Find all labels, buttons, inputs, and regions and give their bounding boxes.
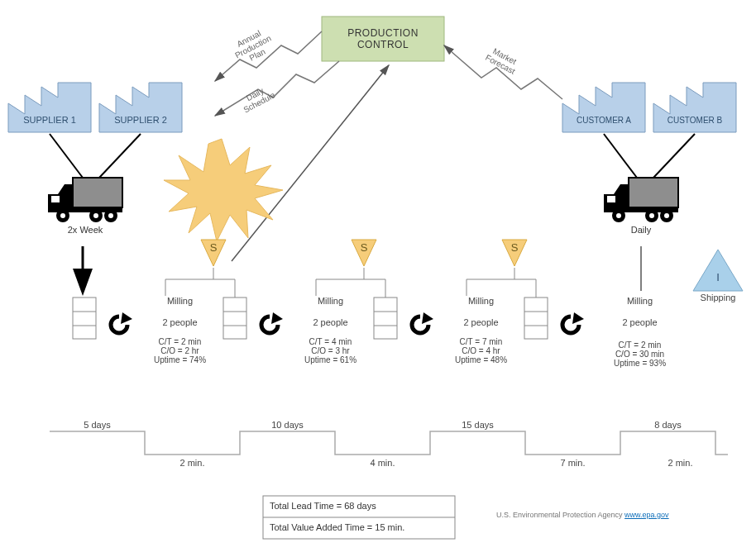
value-3: 7 min. — [525, 458, 620, 468]
process1-people: 2 people — [141, 317, 219, 327]
withdraw-arrow-4 — [562, 312, 584, 333]
shipping-triangle-icon — [693, 250, 743, 291]
wait-3: 15 days — [430, 420, 525, 430]
wait-4: 8 days — [620, 420, 715, 430]
supplier1-label: SUPPLIER 1 — [8, 107, 91, 132]
production-control-label: PRODUCTION CONTROL — [322, 17, 444, 61]
supermarket-2-label: S — [352, 241, 376, 254]
process4-co: C/O = 30 min — [600, 350, 679, 359]
shipping-label: Shipping — [687, 293, 749, 302]
wait-1: 5 days — [50, 420, 145, 430]
process2-people: 2 people — [291, 317, 370, 327]
wait-2: 10 days — [240, 420, 335, 430]
timeline-ladder — [50, 431, 728, 455]
line-custB-truck — [653, 134, 695, 178]
withdraw-arrow-3 — [412, 312, 433, 333]
shipping-letter: I — [693, 271, 743, 283]
inventory-1 — [73, 298, 96, 339]
withdraw-arrow-2 — [261, 312, 283, 333]
diagram-svg — [0, 0, 756, 557]
process2-ct: C/T = 4 min — [291, 337, 370, 346]
inventory-4 — [524, 298, 548, 339]
process2-co: C/O = 3 hr — [291, 346, 370, 355]
total-vat: Total Value Added Time = 15 min. — [270, 522, 404, 532]
fork-1 — [165, 268, 235, 298]
supply-truck-icon — [48, 178, 122, 222]
customer-truck-freq: Daily — [604, 225, 678, 235]
process4-people: 2 people — [600, 317, 679, 327]
process3-people: 2 people — [442, 317, 520, 327]
process3-ct: C/T = 7 min — [442, 337, 520, 346]
info-arrow-daily — [215, 61, 339, 116]
customerB-label: CUSTOMER B — [653, 107, 736, 132]
footer-agency: U.S. Environmental Protection Agency — [496, 511, 624, 519]
process4-name: Milling — [600, 296, 679, 306]
fork-2 — [316, 268, 385, 298]
line-sup1-truck — [50, 134, 83, 178]
total-lead-time: Total Lead Time = 68 days — [270, 501, 376, 511]
inventory-3 — [374, 298, 397, 339]
supermarket-1-label: S — [201, 241, 226, 254]
process4-uptime: Uptime = 93% — [600, 359, 679, 368]
customerA-label: CUSTOMER A — [562, 107, 645, 132]
value-4: 2 min. — [633, 458, 728, 468]
process1-name: Milling — [141, 296, 219, 306]
supplier2-label: SUPPLIER 2 — [99, 107, 182, 132]
supply-truck-freq: 2x Week — [48, 225, 122, 235]
process4-ct: C/T = 2 min — [600, 340, 679, 350]
fork-3 — [467, 268, 536, 298]
customer-truck-icon — [604, 178, 678, 222]
process1-ct: C/T = 2 min — [141, 337, 219, 346]
process1-co: C/O = 2 hr — [141, 346, 219, 355]
process2-uptime: Uptime = 61% — [291, 355, 370, 364]
process3-co: C/O = 4 hr — [442, 346, 520, 355]
value-2: 4 min. — [335, 458, 430, 468]
process3-name: Milling — [442, 296, 520, 306]
line-sup2-truck — [99, 134, 141, 178]
withdraw-arrow-1 — [111, 312, 132, 333]
value-1: 2 min. — [145, 458, 240, 468]
process2-name: Milling — [291, 296, 370, 306]
inventory-2 — [223, 298, 246, 339]
kaizen-burst-icon — [164, 139, 283, 241]
process1-uptime: Uptime = 74% — [141, 355, 219, 364]
process3-uptime: Uptime = 48% — [442, 355, 520, 364]
supermarket-3-label: S — [502, 241, 527, 254]
footer-link[interactable]: www.epa.gov — [624, 511, 669, 519]
line-custA-truck — [604, 134, 637, 178]
